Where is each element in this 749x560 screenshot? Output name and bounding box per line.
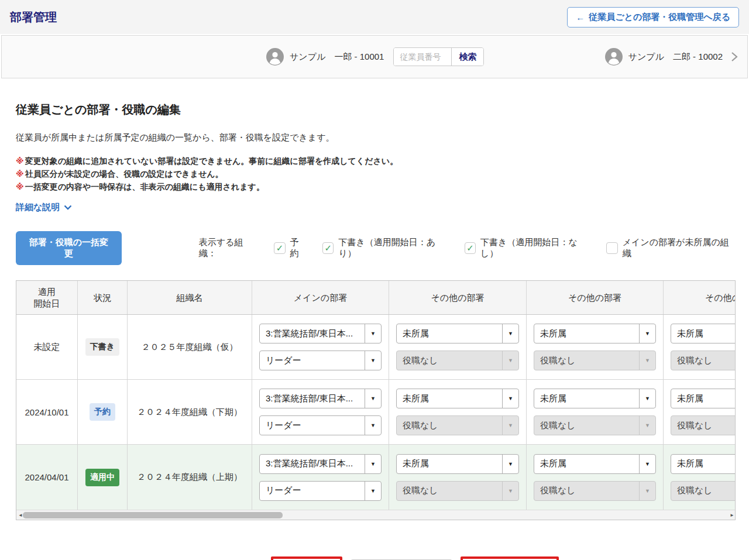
dropdown-arrow-icon: ▼ bbox=[639, 416, 655, 435]
other-dept-select[interactable]: 未所属 ▼ bbox=[396, 324, 519, 343]
main-role-select[interactable]: リーダー ▼ bbox=[259, 351, 382, 370]
main-content: 従業員ごとの部署・役職の編集 従業員が所属中または所属予定の組織の一覧から、部署… bbox=[0, 102, 749, 560]
top-bar: 部署管理 ← 従業員ごとの部署・役職管理へ戻る bbox=[0, 0, 749, 34]
main-role-select[interactable]: リーダー ▼ bbox=[259, 415, 382, 435]
dropdown-arrow-icon[interactable]: ▼ bbox=[502, 324, 518, 343]
note-line: ※一括変更の内容や一時保存は、非表示の組織にも適用されます。 bbox=[16, 180, 733, 193]
other-role-select-disabled: 役職なし ▼ bbox=[534, 415, 656, 435]
annotation-highlight: 一時保存 bbox=[271, 556, 342, 560]
other-role-select-disabled: 役職なし ▼ bbox=[534, 351, 656, 370]
chevron-down-icon bbox=[64, 205, 72, 210]
dropdown-arrow-icon[interactable]: ▼ bbox=[639, 389, 655, 408]
dropdown-arrow-icon[interactable]: ▼ bbox=[502, 455, 518, 473]
back-arrow-icon: ← bbox=[576, 12, 585, 22]
other-role-select-disabled: 役職なし ▼ bbox=[671, 481, 736, 501]
current-employee: サンプル 一郎 - 10001 bbox=[266, 48, 384, 66]
filter-label: 表示する組織： bbox=[199, 237, 259, 259]
other-dept-select[interactable]: 未所属 ▼ bbox=[671, 454, 736, 474]
checkbox-icon[interactable] bbox=[274, 242, 285, 254]
chevron-right-icon[interactable] bbox=[731, 51, 738, 62]
status-badge: 予約 bbox=[90, 403, 115, 421]
next-employee[interactable]: サンプル 二郎 - 10002 bbox=[605, 48, 738, 66]
dropdown-arrow-icon[interactable]: ▼ bbox=[502, 389, 518, 408]
filter-checkbox-draft-no-date[interactable]: 下書き（適用開始日：なし） bbox=[465, 237, 591, 259]
other-role-select-disabled: 役職なし ▼ bbox=[396, 351, 519, 370]
detail-description-link[interactable]: 詳細な説明 bbox=[16, 202, 72, 213]
page-title: 従業員ごとの部署・役職の編集 bbox=[16, 102, 733, 118]
horizontal-scrollbar[interactable]: ◄ ► bbox=[16, 510, 736, 520]
start-date: 2024/10/01 bbox=[25, 407, 68, 417]
back-to-management-button[interactable]: ← 従業員ごとの部署・役職管理へ戻る bbox=[567, 7, 739, 28]
dropdown-arrow-icon: ▼ bbox=[639, 351, 655, 370]
current-employee-label: サンプル 一郎 - 10001 bbox=[290, 51, 384, 63]
org-name: ２０２４年度組織（下期） bbox=[137, 407, 242, 418]
app-title: 部署管理 bbox=[10, 9, 57, 25]
dropdown-arrow-icon[interactable]: ▼ bbox=[365, 351, 381, 370]
note-marker-icon: ※ bbox=[16, 156, 24, 166]
checkbox-icon[interactable] bbox=[606, 242, 617, 254]
other-dept-select[interactable]: 未所属 ▼ bbox=[534, 389, 656, 408]
filter-checkbox-draft-with-date[interactable]: 下書き（適用開始日：あり） bbox=[322, 237, 449, 259]
org-table: 適用 開始日 状況 組織名 メインの部署 その他の部署 その他の部署 その他の部… bbox=[16, 280, 736, 520]
note-line: ※社員区分が未設定の場合、役職の設定はできません。 bbox=[16, 167, 733, 180]
other-dept-select[interactable]: 未所属 ▼ bbox=[671, 324, 736, 343]
dropdown-arrow-icon[interactable]: ▼ bbox=[639, 455, 655, 473]
notes-list: ※変更対象の組織に追加されていない部署は設定できません。事前に組織に部署を作成し… bbox=[16, 154, 733, 193]
table-toolbar: 部署・役職の一括変更 表示する組織： 予約 下書き（適用開始日：あり） 下書き（… bbox=[16, 231, 733, 265]
other-dept-select[interactable]: 未所属 ▼ bbox=[534, 454, 656, 474]
main-dept-select[interactable]: 3:営業統括部/東日本... ▼ bbox=[259, 454, 382, 474]
search-button[interactable]: 検索 bbox=[451, 48, 483, 66]
main-dept-select[interactable]: 3:営業統括部/東日本... ▼ bbox=[259, 389, 382, 408]
filter-checkbox-reserved[interactable]: 予約 bbox=[274, 237, 307, 259]
dropdown-arrow-icon: ▼ bbox=[639, 482, 655, 500]
next-employee-label: サンプル 二郎 - 10002 bbox=[628, 51, 723, 63]
filter-checkbox-unassigned-main[interactable]: メインの部署が未所属の組織 bbox=[606, 237, 733, 259]
footer-actions: キャンセル 一時保存 一時保存を破棄する 組織に反映する bbox=[16, 556, 733, 560]
user-avatar-icon bbox=[605, 48, 623, 66]
detail-link-label: 詳細な説明 bbox=[16, 202, 60, 213]
scroll-left-icon[interactable]: ◄ bbox=[18, 513, 23, 518]
column-header-other-dept: その他の部署 bbox=[527, 281, 664, 314]
employee-number-input[interactable] bbox=[394, 48, 451, 66]
table-row: 未設定 下書き ２０２５年度組織（仮） 3:営業統括部/東日本... ▼ リーダ… bbox=[16, 315, 736, 380]
other-role-select-disabled: 役職なし ▼ bbox=[671, 415, 736, 435]
table-row: 2024/10/01 予約 ２０２４年度組織（下期） 3:営業統括部/東日本..… bbox=[16, 380, 736, 445]
other-dept-select[interactable]: 未所属 ▼ bbox=[396, 389, 519, 408]
checkbox-icon[interactable] bbox=[322, 242, 334, 254]
checkbox-icon[interactable] bbox=[465, 242, 476, 254]
status-badge: 下書き bbox=[85, 338, 119, 356]
dropdown-arrow-icon[interactable]: ▼ bbox=[365, 389, 381, 408]
other-dept-select[interactable]: 未所属 ▼ bbox=[671, 389, 736, 408]
dropdown-arrow-icon[interactable]: ▼ bbox=[365, 455, 381, 473]
other-role-select-disabled: 役職なし ▼ bbox=[671, 351, 736, 370]
bulk-change-button[interactable]: 部署・役職の一括変更 bbox=[16, 231, 122, 265]
dropdown-arrow-icon[interactable]: ▼ bbox=[365, 482, 381, 500]
back-button-label: 従業員ごとの部署・役職管理へ戻る bbox=[589, 12, 730, 23]
main-role-select[interactable]: リーダー ▼ bbox=[259, 481, 382, 501]
column-header-status: 状況 bbox=[78, 281, 128, 314]
start-date: 未設定 bbox=[34, 342, 60, 353]
org-name: ２０２５年度組織（仮） bbox=[142, 342, 238, 353]
scroll-right-icon[interactable]: ► bbox=[730, 513, 734, 518]
page-description: 従業員が所属中または所属予定の組織の一覧から、部署・役職を設定できます。 bbox=[16, 132, 733, 143]
other-dept-select[interactable]: 未所属 ▼ bbox=[396, 454, 519, 474]
dropdown-arrow-icon[interactable]: ▼ bbox=[365, 416, 381, 435]
column-header-other-dept: その他の部署 bbox=[664, 281, 736, 314]
other-role-select-disabled: 役職なし ▼ bbox=[396, 481, 519, 501]
other-role-select-disabled: 役職なし ▼ bbox=[396, 415, 519, 435]
column-header-main-dept: メインの部署 bbox=[252, 281, 389, 314]
annotation-highlight: 組織に反映する bbox=[461, 556, 559, 560]
note-marker-icon: ※ bbox=[16, 182, 24, 191]
note-marker-icon: ※ bbox=[16, 169, 24, 178]
main-dept-select[interactable]: 3:営業統括部/東日本... ▼ bbox=[259, 324, 382, 343]
scrollbar-thumb[interactable] bbox=[23, 512, 283, 518]
status-badge: 適用中 bbox=[85, 469, 119, 486]
employee-search: 検索 bbox=[393, 47, 484, 66]
column-header-other-dept: その他の部署 bbox=[389, 281, 527, 314]
other-role-select-disabled: 役職なし ▼ bbox=[534, 481, 656, 501]
table-row: 2024/04/01 適用中 ２０２４年度組織（上期） 3:営業統括部/東日本.… bbox=[16, 445, 736, 510]
employee-bar: サンプル 一郎 - 10001 検索 サンプル 二郎 - 10002 bbox=[1, 35, 748, 78]
dropdown-arrow-icon[interactable]: ▼ bbox=[639, 324, 655, 343]
other-dept-select[interactable]: 未所属 ▼ bbox=[534, 324, 656, 343]
dropdown-arrow-icon[interactable]: ▼ bbox=[365, 324, 381, 343]
